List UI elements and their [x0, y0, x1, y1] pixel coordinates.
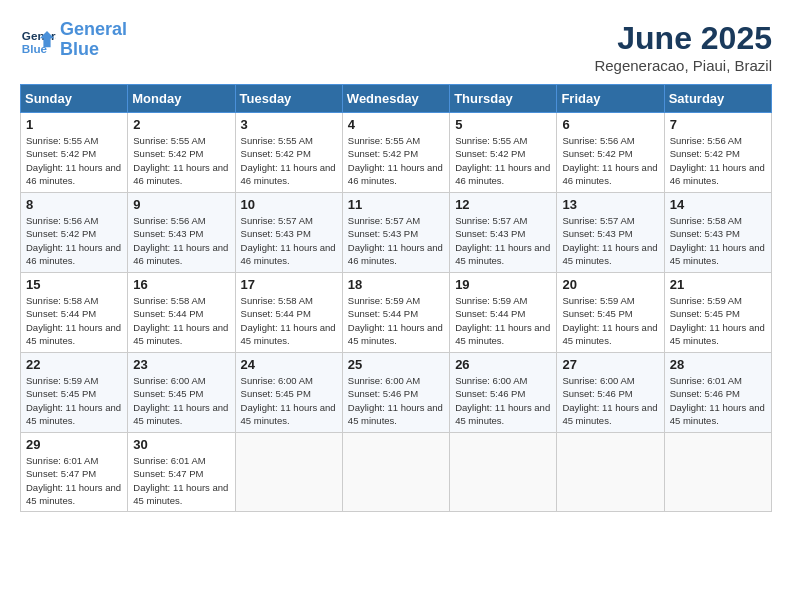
calendar-cell: 13 Sunrise: 5:57 AMSunset: 5:43 PMDaylig… — [557, 193, 664, 273]
day-info: Sunrise: 6:00 AMSunset: 5:46 PMDaylight:… — [562, 374, 658, 427]
calendar-cell: 28 Sunrise: 6:01 AMSunset: 5:46 PMDaylig… — [664, 353, 771, 433]
location-subtitle: Regeneracao, Piaui, Brazil — [594, 57, 772, 74]
day-number: 18 — [348, 277, 444, 292]
day-number: 5 — [455, 117, 551, 132]
day-number: 27 — [562, 357, 658, 372]
day-number: 10 — [241, 197, 337, 212]
day-info: Sunrise: 6:00 AMSunset: 5:46 PMDaylight:… — [348, 374, 444, 427]
day-info: Sunrise: 6:01 AMSunset: 5:47 PMDaylight:… — [26, 454, 122, 507]
day-info: Sunrise: 5:58 AMSunset: 5:44 PMDaylight:… — [241, 294, 337, 347]
calendar-cell: 16 Sunrise: 5:58 AMSunset: 5:44 PMDaylig… — [128, 273, 235, 353]
month-title: June 2025 — [594, 20, 772, 57]
column-header-monday: Monday — [128, 85, 235, 113]
day-number: 11 — [348, 197, 444, 212]
calendar-cell — [450, 433, 557, 512]
day-info: Sunrise: 5:58 AMSunset: 5:43 PMDaylight:… — [670, 214, 766, 267]
day-number: 20 — [562, 277, 658, 292]
day-info: Sunrise: 5:55 AMSunset: 5:42 PMDaylight:… — [133, 134, 229, 187]
day-number: 28 — [670, 357, 766, 372]
day-number: 7 — [670, 117, 766, 132]
day-number: 24 — [241, 357, 337, 372]
day-number: 6 — [562, 117, 658, 132]
day-number: 2 — [133, 117, 229, 132]
calendar-cell: 5 Sunrise: 5:55 AMSunset: 5:42 PMDayligh… — [450, 113, 557, 193]
calendar-week-row: 22 Sunrise: 5:59 AMSunset: 5:45 PMDaylig… — [21, 353, 772, 433]
calendar-table: SundayMondayTuesdayWednesdayThursdayFrid… — [20, 84, 772, 512]
day-number: 14 — [670, 197, 766, 212]
logo: General Blue GeneralBlue — [20, 20, 127, 60]
logo-icon: General Blue — [20, 22, 56, 58]
calendar-cell: 29 Sunrise: 6:01 AMSunset: 5:47 PMDaylig… — [21, 433, 128, 512]
day-info: Sunrise: 5:57 AMSunset: 5:43 PMDaylight:… — [455, 214, 551, 267]
calendar-cell: 26 Sunrise: 6:00 AMSunset: 5:46 PMDaylig… — [450, 353, 557, 433]
calendar-cell: 10 Sunrise: 5:57 AMSunset: 5:43 PMDaylig… — [235, 193, 342, 273]
day-info: Sunrise: 5:57 AMSunset: 5:43 PMDaylight:… — [241, 214, 337, 267]
day-number: 26 — [455, 357, 551, 372]
calendar-cell: 11 Sunrise: 5:57 AMSunset: 5:43 PMDaylig… — [342, 193, 449, 273]
day-info: Sunrise: 5:59 AMSunset: 5:45 PMDaylight:… — [670, 294, 766, 347]
day-number: 30 — [133, 437, 229, 452]
day-info: Sunrise: 5:59 AMSunset: 5:45 PMDaylight:… — [562, 294, 658, 347]
day-info: Sunrise: 6:01 AMSunset: 5:46 PMDaylight:… — [670, 374, 766, 427]
calendar-cell: 9 Sunrise: 5:56 AMSunset: 5:43 PMDayligh… — [128, 193, 235, 273]
day-number: 4 — [348, 117, 444, 132]
calendar-cell: 30 Sunrise: 6:01 AMSunset: 5:47 PMDaylig… — [128, 433, 235, 512]
day-number: 16 — [133, 277, 229, 292]
day-info: Sunrise: 6:00 AMSunset: 5:45 PMDaylight:… — [241, 374, 337, 427]
day-number: 9 — [133, 197, 229, 212]
day-number: 22 — [26, 357, 122, 372]
day-info: Sunrise: 5:56 AMSunset: 5:42 PMDaylight:… — [670, 134, 766, 187]
calendar-week-row: 29 Sunrise: 6:01 AMSunset: 5:47 PMDaylig… — [21, 433, 772, 512]
day-info: Sunrise: 5:55 AMSunset: 5:42 PMDaylight:… — [455, 134, 551, 187]
page-header: General Blue GeneralBlue June 2025 Regen… — [20, 20, 772, 74]
day-info: Sunrise: 5:59 AMSunset: 5:45 PMDaylight:… — [26, 374, 122, 427]
calendar-cell: 27 Sunrise: 6:00 AMSunset: 5:46 PMDaylig… — [557, 353, 664, 433]
calendar-cell: 21 Sunrise: 5:59 AMSunset: 5:45 PMDaylig… — [664, 273, 771, 353]
column-header-saturday: Saturday — [664, 85, 771, 113]
day-number: 21 — [670, 277, 766, 292]
calendar-cell: 24 Sunrise: 6:00 AMSunset: 5:45 PMDaylig… — [235, 353, 342, 433]
column-header-wednesday: Wednesday — [342, 85, 449, 113]
calendar-week-row: 15 Sunrise: 5:58 AMSunset: 5:44 PMDaylig… — [21, 273, 772, 353]
calendar-cell: 14 Sunrise: 5:58 AMSunset: 5:43 PMDaylig… — [664, 193, 771, 273]
day-number: 23 — [133, 357, 229, 372]
day-info: Sunrise: 5:55 AMSunset: 5:42 PMDaylight:… — [241, 134, 337, 187]
calendar-cell: 25 Sunrise: 6:00 AMSunset: 5:46 PMDaylig… — [342, 353, 449, 433]
calendar-cell — [235, 433, 342, 512]
calendar-cell: 2 Sunrise: 5:55 AMSunset: 5:42 PMDayligh… — [128, 113, 235, 193]
column-header-tuesday: Tuesday — [235, 85, 342, 113]
calendar-cell: 3 Sunrise: 5:55 AMSunset: 5:42 PMDayligh… — [235, 113, 342, 193]
calendar-cell — [342, 433, 449, 512]
logo-text: GeneralBlue — [60, 20, 127, 60]
calendar-cell: 7 Sunrise: 5:56 AMSunset: 5:42 PMDayligh… — [664, 113, 771, 193]
day-info: Sunrise: 5:57 AMSunset: 5:43 PMDaylight:… — [562, 214, 658, 267]
day-number: 8 — [26, 197, 122, 212]
day-info: Sunrise: 5:56 AMSunset: 5:42 PMDaylight:… — [26, 214, 122, 267]
calendar-cell: 8 Sunrise: 5:56 AMSunset: 5:42 PMDayligh… — [21, 193, 128, 273]
calendar-cell: 12 Sunrise: 5:57 AMSunset: 5:43 PMDaylig… — [450, 193, 557, 273]
day-info: Sunrise: 5:56 AMSunset: 5:43 PMDaylight:… — [133, 214, 229, 267]
day-info: Sunrise: 6:00 AMSunset: 5:45 PMDaylight:… — [133, 374, 229, 427]
day-info: Sunrise: 5:56 AMSunset: 5:42 PMDaylight:… — [562, 134, 658, 187]
calendar-cell: 17 Sunrise: 5:58 AMSunset: 5:44 PMDaylig… — [235, 273, 342, 353]
calendar-cell: 18 Sunrise: 5:59 AMSunset: 5:44 PMDaylig… — [342, 273, 449, 353]
calendar-cell: 19 Sunrise: 5:59 AMSunset: 5:44 PMDaylig… — [450, 273, 557, 353]
day-info: Sunrise: 5:59 AMSunset: 5:44 PMDaylight:… — [348, 294, 444, 347]
day-number: 29 — [26, 437, 122, 452]
column-header-thursday: Thursday — [450, 85, 557, 113]
calendar-cell — [557, 433, 664, 512]
day-number: 13 — [562, 197, 658, 212]
day-info: Sunrise: 6:00 AMSunset: 5:46 PMDaylight:… — [455, 374, 551, 427]
calendar-header-row: SundayMondayTuesdayWednesdayThursdayFrid… — [21, 85, 772, 113]
calendar-cell: 23 Sunrise: 6:00 AMSunset: 5:45 PMDaylig… — [128, 353, 235, 433]
day-info: Sunrise: 5:55 AMSunset: 5:42 PMDaylight:… — [26, 134, 122, 187]
column-header-sunday: Sunday — [21, 85, 128, 113]
calendar-cell: 4 Sunrise: 5:55 AMSunset: 5:42 PMDayligh… — [342, 113, 449, 193]
day-number: 12 — [455, 197, 551, 212]
day-number: 3 — [241, 117, 337, 132]
day-number: 25 — [348, 357, 444, 372]
day-number: 15 — [26, 277, 122, 292]
day-info: Sunrise: 6:01 AMSunset: 5:47 PMDaylight:… — [133, 454, 229, 507]
calendar-cell — [664, 433, 771, 512]
calendar-cell: 1 Sunrise: 5:55 AMSunset: 5:42 PMDayligh… — [21, 113, 128, 193]
